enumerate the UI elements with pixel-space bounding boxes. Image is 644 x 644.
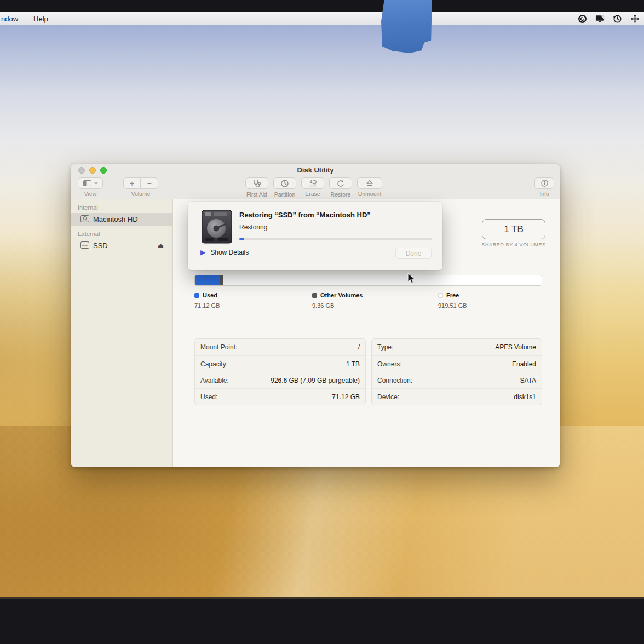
legend-other-volumes-value: 9.36 GB — [312, 302, 334, 309]
show-details-control[interactable]: ▶ Show Details — [200, 249, 249, 256]
erase-label: Erase — [301, 191, 324, 197]
table-row: Available:926.6 GB (7.09 GB purgeable) — [195, 372, 365, 388]
eject-glyph-icon — [366, 180, 373, 187]
restore-progress-dialog: Restoring “SSD” from “Macintosh HD” Rest… — [188, 202, 442, 270]
partition-icon-button[interactable] — [273, 177, 296, 189]
info-control: Info — [534, 177, 554, 197]
legend-used-label: Used — [203, 292, 217, 298]
table-row: Owners:Enabled — [372, 355, 542, 372]
shared-by-label: SHARED BY 4 VOLUMES — [467, 242, 560, 248]
used-segment — [195, 275, 220, 285]
used-swatch — [194, 293, 199, 298]
restore-icon-button[interactable] — [329, 177, 352, 189]
restore-arrow-icon — [337, 180, 344, 187]
restore-progress-fill — [239, 238, 244, 240]
table-row: Capacity:1 TB — [195, 355, 365, 372]
toolbar-actions: First Aid Partition — [245, 177, 382, 198]
close-button[interactable] — [78, 167, 85, 174]
legend-other-volumes-label: Other Volumes — [320, 292, 363, 298]
row-value: 1 TB — [346, 360, 360, 368]
sidebar-item-label: SSD — [93, 242, 108, 250]
mouse-cursor — [407, 273, 416, 286]
other-volumes-swatch — [312, 293, 317, 298]
row-value: 71.12 GB — [332, 393, 360, 401]
view-control: View — [78, 177, 103, 197]
volume-control: + − Volume — [123, 177, 158, 197]
done-button[interactable]: Done — [395, 248, 432, 259]
minimize-button[interactable] — [89, 167, 96, 174]
free-segment — [223, 275, 542, 285]
table-row: Connection:SATA — [372, 372, 542, 388]
restore-label: Restore — [329, 191, 352, 198]
photo-of-screen: ndow Help — [0, 0, 644, 644]
sidebar-item-macintosh-hd[interactable]: Macintosh HD — [71, 213, 173, 226]
stethoscope-icon — [252, 180, 261, 187]
legend-free-value: 919.51 GB — [438, 302, 467, 309]
first-aid-button[interactable] — [245, 177, 268, 189]
dialog-status-text: Restoring — [239, 223, 267, 231]
row-label: Connection: — [377, 377, 412, 384]
sidebar-item-ssd[interactable]: SSD ⏏ — [71, 239, 173, 252]
screen-sharing-icon[interactable] — [595, 14, 605, 24]
partition-label: Partition — [273, 191, 296, 198]
row-value: SATA — [520, 377, 536, 384]
dialog-title: Restoring “SSD” from “Macintosh HD” — [239, 211, 371, 219]
external-drive-icon — [81, 242, 89, 250]
disk-utility-window: Disk Utility View + − Vol — [71, 164, 560, 467]
window-title: Disk Utility — [71, 164, 560, 176]
chevron-down-icon — [94, 182, 98, 185]
unmount-icon-button[interactable] — [357, 177, 382, 189]
sidebar-view-icon — [83, 180, 91, 186]
screen-bezel-bottom — [0, 597, 644, 644]
legend-used-value: 71.12 GB — [194, 302, 220, 309]
row-value: Enabled — [512, 360, 536, 368]
eject-icon[interactable]: ⏏ — [158, 242, 164, 250]
creative-cloud-icon[interactable] — [578, 14, 587, 24]
view-button[interactable] — [78, 177, 103, 189]
table-row: Mount Point:/ — [195, 339, 365, 355]
legend-free: Free — [438, 292, 459, 298]
sidebar-item-label: Macintosh HD — [93, 215, 138, 223]
row-value: 926.6 GB (7.09 GB purgeable) — [271, 377, 360, 384]
storage-usage-bar — [194, 275, 542, 286]
info-button[interactable] — [534, 177, 554, 189]
unmount-label: Unmount — [357, 191, 382, 197]
first-aid-action: First Aid — [245, 177, 268, 198]
partition-pie-icon — [281, 180, 289, 187]
remove-volume-button[interactable]: − — [141, 177, 158, 189]
row-value: disk1s1 — [514, 393, 536, 401]
row-label: Type: — [377, 343, 393, 351]
menu-item-help[interactable]: Help — [26, 15, 56, 23]
title-bar[interactable]: Disk Utility — [71, 164, 560, 176]
move-arrows-icon[interactable] — [630, 14, 640, 24]
add-volume-button[interactable]: + — [123, 177, 141, 189]
info-label: Info — [534, 191, 554, 197]
screen-bezel-top — [0, 0, 644, 12]
legend-used: Used — [194, 292, 217, 298]
first-aid-label: First Aid — [245, 191, 268, 198]
row-label: Used: — [200, 393, 217, 401]
toolbar: View + − Volume First Aid — [71, 176, 560, 199]
menu-bar: ndow Help — [0, 12, 644, 25]
time-machine-icon[interactable] — [613, 14, 622, 24]
traffic-lights — [78, 167, 107, 174]
hard-drive-icon — [202, 210, 232, 246]
partition-action: Partition — [273, 177, 296, 198]
show-details-label: Show Details — [210, 249, 249, 256]
details-table-left: Mount Point:/ Capacity:1 TB Available:92… — [194, 338, 366, 405]
row-label: Mount Point: — [200, 343, 237, 351]
menu-item-window[interactable]: ndow — [0, 15, 26, 23]
table-row: Device:disk1s1 — [372, 388, 542, 405]
erase-action: Erase — [301, 177, 324, 198]
legend-free-label: Free — [446, 292, 459, 298]
disclosure-triangle-icon[interactable]: ▶ — [200, 249, 205, 257]
row-label: Available: — [200, 377, 229, 384]
capacity-badge: 1 TB — [482, 219, 545, 239]
info-icon — [541, 180, 548, 187]
details-table-right: Type:APFS Volume Owners:Enabled Connecti… — [371, 338, 542, 405]
zoom-button[interactable] — [100, 167, 107, 174]
restore-progress-bar — [239, 238, 432, 240]
erase-icon-button[interactable] — [301, 177, 324, 189]
unmount-action: Unmount — [357, 177, 382, 198]
volume-label: Volume — [123, 191, 158, 197]
